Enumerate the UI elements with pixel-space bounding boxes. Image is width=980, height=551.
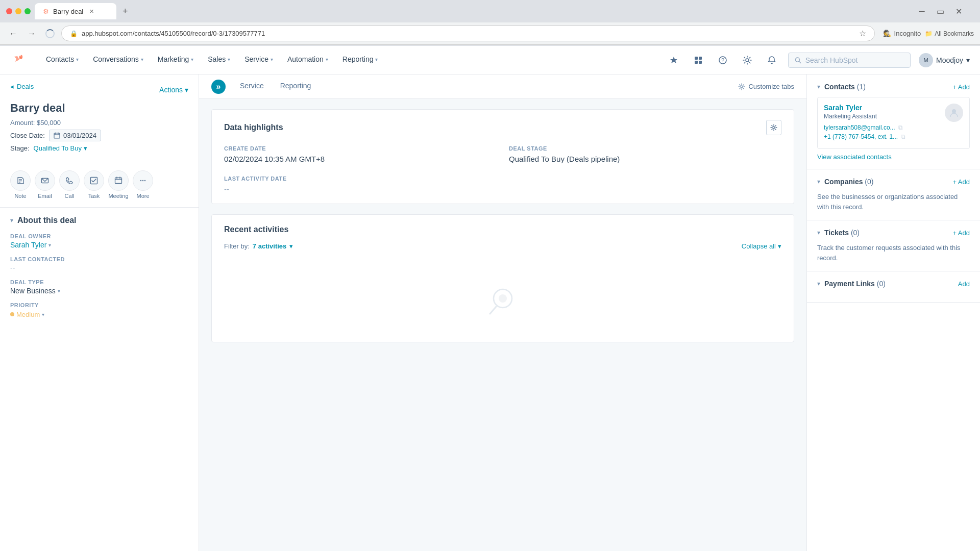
help-icon-btn[interactable]: ? — [715, 52, 731, 68]
deals-breadcrumb-link[interactable]: Deals — [17, 83, 34, 90]
stage-badge[interactable]: Qualified To Buy ▾ — [34, 144, 87, 152]
note-button[interactable]: Note — [10, 170, 31, 199]
search-bar[interactable] — [788, 53, 911, 68]
svg-rect-1 — [695, 57, 698, 60]
main-content: » Service Reporting Customize tabs — [199, 74, 806, 551]
url-text: app.hubspot.com/contacts/45105500/record… — [82, 30, 855, 37]
email-button[interactable]: Email — [35, 170, 55, 199]
close-window-btn[interactable]: ✕ — [951, 4, 966, 18]
deal-type-value[interactable]: New Business ▾ — [10, 287, 188, 295]
close-date-input[interactable]: 03/01/2024 — [49, 130, 101, 141]
tab-close-btn[interactable]: ✕ — [89, 8, 94, 15]
companies-expand-icon[interactable]: ▾ — [817, 178, 820, 185]
contact-phone[interactable]: +1 (778) 767-5454, ext. 1... ⧉ — [824, 133, 905, 140]
upgrade-icon-btn[interactable] — [666, 52, 682, 68]
data-highlights-settings-btn[interactable] — [766, 120, 781, 135]
last-contacted-field: Last contacted -- — [10, 256, 188, 272]
collapse-all-btn[interactable]: Collapse all ▾ — [742, 242, 781, 250]
companies-add-btn[interactable]: + Add — [952, 178, 970, 186]
email-label: Email — [38, 193, 52, 199]
call-button[interactable]: Call — [59, 170, 80, 199]
priority-value[interactable]: Medium ▾ — [10, 311, 44, 318]
more-icon — [133, 170, 153, 191]
actions-label: Actions — [159, 86, 183, 94]
back-button[interactable]: ← — [6, 27, 20, 41]
automation-chevron-icon: ▾ — [326, 57, 328, 62]
deal-owner-value[interactable]: Sarah Tyler ▾ — [10, 241, 188, 249]
view-associated-contacts-link[interactable]: View associated contacts — [817, 153, 970, 161]
conversations-chevron-icon: ▾ — [141, 57, 143, 62]
new-tab-button[interactable]: + — [120, 5, 130, 18]
activities-empty-state — [224, 260, 781, 332]
copy-phone-icon[interactable]: ⧉ — [901, 133, 905, 140]
close-dot[interactable] — [6, 8, 12, 14]
data-highlights-card: Data highlights CREATE DATE 02/02/2024 1… — [211, 109, 794, 204]
task-button[interactable]: Task — [84, 170, 104, 199]
tickets-panel-section: ▾ Tickets (0) + Add Track the customer r… — [807, 220, 980, 271]
bookmarks-folder-icon: 📁 — [925, 30, 933, 37]
minimize-dot[interactable] — [15, 8, 21, 14]
collapse-panel-btn[interactable]: » — [211, 80, 226, 94]
filter-activities-btn[interactable]: Filter by: 7 activities ▾ — [224, 242, 293, 250]
incognito-indicator: 🕵️ Incognito — [883, 30, 921, 37]
search-input[interactable] — [805, 56, 904, 64]
main-content-inner: » Service Reporting Customize tabs — [199, 74, 806, 342]
nav-contacts[interactable]: Contacts ▾ — [39, 46, 86, 74]
bookmark-star-icon[interactable]: ☆ — [859, 29, 866, 38]
tickets-empty-text: Track the customer requests associated w… — [817, 243, 970, 263]
last-activity-highlight: LAST ACTIVITY DATE -- — [224, 176, 497, 193]
deal-title: Barry deal — [10, 102, 188, 115]
nav-service[interactable]: Service ▾ — [237, 46, 280, 74]
active-tab[interactable]: ⚙ Barry deal ✕ — [35, 3, 116, 19]
meeting-button[interactable]: Meeting — [108, 170, 129, 199]
nav-conversations[interactable]: Conversations ▾ — [86, 46, 151, 74]
nav-sales[interactable]: Sales ▾ — [201, 46, 237, 74]
contact-name[interactable]: Sarah Tyler — [824, 104, 905, 112]
all-bookmarks-btn[interactable]: 📁 All Bookmarks — [925, 30, 974, 37]
svg-rect-4 — [699, 61, 702, 64]
payment-links-panel-section: ▾ Payment Links (0) Add — [807, 271, 980, 303]
payment-links-expand-icon[interactable]: ▾ — [817, 280, 820, 287]
deal-stage-row: Stage: Qualified To Buy ▾ — [10, 144, 188, 152]
notifications-icon-btn[interactable] — [764, 52, 780, 68]
customize-tabs-button[interactable]: Customize tabs — [738, 83, 794, 90]
filter-chevron-icon: ▾ — [289, 242, 293, 250]
more-button[interactable]: More — [133, 170, 153, 199]
restore-window-btn[interactable]: ▭ — [933, 4, 947, 18]
contacts-expand-icon[interactable]: ▾ — [817, 83, 820, 90]
svg-point-25 — [144, 180, 145, 181]
gear-settings-icon — [738, 83, 745, 90]
refresh-button[interactable] — [43, 27, 57, 41]
payment-links-add-btn[interactable]: Add — [958, 280, 970, 288]
payment-links-section-header: ▾ Payment Links (0) Add — [817, 280, 970, 288]
nav-service-label: Service — [244, 55, 268, 63]
tab-service[interactable]: Service — [232, 74, 272, 98]
about-section-title: About this deal — [17, 216, 77, 225]
nav-automation[interactable]: Automation ▾ — [280, 46, 335, 74]
forward-button[interactable]: → — [24, 27, 39, 41]
maximize-dot[interactable] — [24, 8, 31, 14]
svg-rect-2 — [699, 57, 702, 60]
contacts-panel-section: ▾ Contacts (1) + Add Sarah Tyler Marketi… — [807, 74, 980, 169]
tickets-add-btn[interactable]: + Add — [952, 229, 970, 237]
user-menu[interactable]: M Moodjoy ▾ — [919, 53, 970, 67]
copy-email-icon[interactable]: ⧉ — [898, 124, 903, 131]
minimize-window-btn[interactable]: ─ — [915, 4, 929, 18]
marketplace-icon-btn[interactable] — [690, 52, 706, 68]
last-activity-value: -- — [224, 185, 497, 193]
nav-marketing[interactable]: Marketing ▾ — [151, 46, 201, 74]
settings-icon-btn[interactable] — [739, 52, 755, 68]
tickets-expand-icon[interactable]: ▾ — [817, 229, 820, 236]
companies-empty-text: See the businesses or organizations asso… — [817, 192, 970, 212]
about-section-header[interactable]: ▾ About this deal — [10, 216, 188, 225]
contacts-add-btn[interactable]: + Add — [952, 83, 970, 91]
tab-reporting[interactable]: Reporting — [272, 74, 320, 98]
hubspot-logo[interactable] — [10, 51, 27, 70]
url-bar[interactable]: 🔒 app.hubspot.com/contacts/45105500/reco… — [61, 26, 875, 41]
actions-button[interactable]: Actions ▾ — [159, 86, 188, 94]
priority-field: Priority Medium ▾ — [10, 302, 188, 318]
nav-reporting[interactable]: Reporting ▾ — [335, 46, 385, 74]
contact-email[interactable]: tylersarah508@gmail.co... ⧉ — [824, 124, 905, 131]
stage-value: Qualified To Buy — [34, 144, 82, 152]
priority-label: Priority — [10, 302, 188, 308]
